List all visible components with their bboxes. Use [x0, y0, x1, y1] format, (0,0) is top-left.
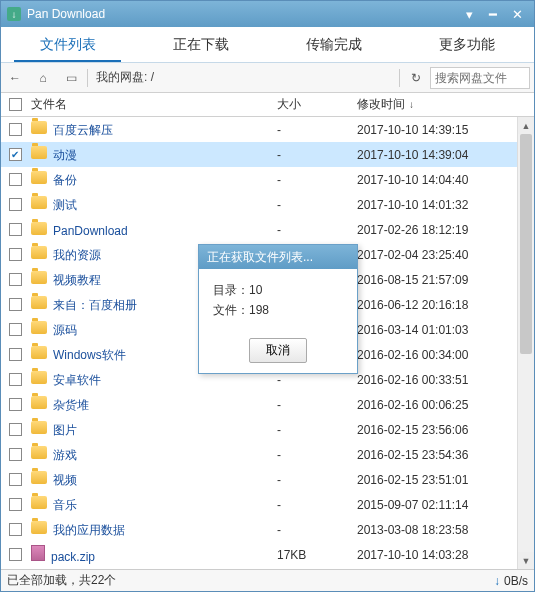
column-time[interactable]: 修改时间↓ — [357, 96, 517, 113]
separator — [399, 69, 400, 87]
file-time: 2016-08-15 21:57:09 — [357, 273, 517, 287]
file-time: 2016-02-16 00:34:00 — [357, 348, 517, 362]
file-row[interactable]: 杂货堆-2016-02-16 00:06:25 — [1, 392, 517, 417]
file-row[interactable]: 备份-2017-10-10 14:04:40 — [1, 167, 517, 192]
close-button[interactable]: ✕ — [506, 5, 528, 23]
file-size: 17KB — [277, 548, 357, 562]
folder-icon — [31, 121, 47, 134]
row-checkbox[interactable] — [9, 548, 22, 561]
file-row[interactable]: ✔动漫-2017-10-10 14:39:04 — [1, 142, 517, 167]
file-size: - — [277, 198, 357, 212]
file-time: 2013-03-08 18:23:58 — [357, 523, 517, 537]
titlebar: ↓ Pan Download ▾ ━ ✕ — [1, 1, 534, 27]
file-size: - — [277, 498, 357, 512]
folder-icon — [31, 421, 47, 434]
file-name: 测试 — [53, 198, 77, 212]
home-button[interactable]: ⌂ — [29, 64, 57, 92]
select-all-checkbox[interactable] — [9, 98, 22, 111]
file-row[interactable]: 游戏-2016-02-15 23:54:36 — [1, 442, 517, 467]
file-name: 安卓软件 — [53, 373, 101, 387]
file-name: PanDownload — [53, 224, 128, 238]
tab-2[interactable]: 传输完成 — [268, 27, 401, 62]
row-checkbox[interactable] — [9, 373, 22, 386]
column-name[interactable]: 文件名 — [29, 96, 277, 113]
file-row[interactable]: pack.zip17KB2017-10-10 14:03:28 — [1, 542, 517, 567]
file-name: Windows软件 — [53, 348, 126, 362]
file-name: 来自：百度相册 — [53, 298, 137, 312]
folder-icon — [31, 146, 47, 159]
file-size: - — [277, 173, 357, 187]
row-checkbox[interactable] — [9, 223, 22, 236]
file-time: 2017-02-26 18:12:19 — [357, 223, 517, 237]
search-input[interactable] — [430, 67, 530, 89]
folder-icon — [31, 271, 47, 284]
back-button[interactable]: ← — [1, 64, 29, 92]
scroll-down-icon[interactable]: ▼ — [518, 552, 534, 569]
row-checkbox[interactable] — [9, 523, 22, 536]
zip-file-icon — [31, 545, 45, 561]
tab-bar: 文件列表正在下载传输完成更多功能 — [1, 27, 534, 63]
statusbar: 已全部加载，共22个 ↓ 0B/s — [1, 569, 534, 591]
row-checkbox[interactable]: ✔ — [9, 148, 22, 161]
row-checkbox[interactable] — [9, 423, 22, 436]
file-row[interactable]: 测试-2017-10-10 14:01:32 — [1, 192, 517, 217]
row-checkbox[interactable] — [9, 123, 22, 136]
folder-button[interactable]: ▭ — [57, 64, 85, 92]
file-row[interactable]: PanDownload-2017-02-26 18:12:19 — [1, 217, 517, 242]
row-checkbox[interactable] — [9, 323, 22, 336]
tab-3[interactable]: 更多功能 — [401, 27, 534, 62]
folder-icon — [31, 222, 47, 235]
row-checkbox[interactable] — [9, 298, 22, 311]
file-row[interactable]: 我的应用数据-2013-03-08 18:23:58 — [1, 517, 517, 542]
file-name: 音乐 — [53, 498, 77, 512]
app-icon: ↓ — [7, 7, 21, 21]
column-size[interactable]: 大小 — [277, 96, 357, 113]
folder-icon — [31, 171, 47, 184]
dialog-title: 正在获取文件列表... — [199, 245, 357, 269]
file-row[interactable]: 百度云解压-2017-10-10 14:39:15 — [1, 117, 517, 142]
file-time: 2017-02-04 23:25:40 — [357, 248, 517, 262]
file-time: 2016-03-14 01:01:03 — [357, 323, 517, 337]
file-name: 动漫 — [53, 148, 77, 162]
column-header: 文件名 大小 修改时间↓ — [1, 93, 534, 117]
file-time: 2016-02-15 23:54:36 — [357, 448, 517, 462]
file-name: 我的资源 — [53, 248, 101, 262]
dropdown-button[interactable]: ▾ — [458, 5, 480, 23]
row-checkbox[interactable] — [9, 473, 22, 486]
folder-icon — [31, 296, 47, 309]
file-row[interactable]: 图片-2016-02-15 23:56:06 — [1, 417, 517, 442]
cancel-button[interactable]: 取消 — [249, 338, 307, 363]
scroll-thumb[interactable] — [520, 134, 532, 354]
file-row[interactable]: Desktop.rar137KB2017-10-10 14:02:32 — [1, 567, 517, 569]
row-checkbox[interactable] — [9, 348, 22, 361]
file-size: - — [277, 423, 357, 437]
refresh-button[interactable]: ↻ — [402, 64, 430, 92]
file-time: 2016-02-15 23:56:06 — [357, 423, 517, 437]
folder-icon — [31, 521, 47, 534]
file-time: 2017-10-10 14:04:40 — [357, 173, 517, 187]
file-row[interactable]: 音乐-2015-09-07 02:11:14 — [1, 492, 517, 517]
folder-icon — [31, 346, 47, 359]
file-name: 视频教程 — [53, 273, 101, 287]
row-checkbox[interactable] — [9, 498, 22, 511]
row-checkbox[interactable] — [9, 248, 22, 261]
tab-1[interactable]: 正在下载 — [134, 27, 267, 62]
folder-icon — [31, 371, 47, 384]
scroll-up-icon[interactable]: ▲ — [518, 117, 534, 134]
tab-0[interactable]: 文件列表 — [1, 27, 134, 62]
file-size: - — [277, 473, 357, 487]
row-checkbox[interactable] — [9, 398, 22, 411]
file-name: 视频 — [53, 473, 77, 487]
row-checkbox[interactable] — [9, 273, 22, 286]
row-checkbox[interactable] — [9, 448, 22, 461]
folder-icon — [31, 196, 47, 209]
file-time: 2016-02-15 23:51:01 — [357, 473, 517, 487]
file-time: 2017-10-10 14:39:04 — [357, 148, 517, 162]
row-checkbox[interactable] — [9, 198, 22, 211]
file-name: 杂货堆 — [53, 398, 89, 412]
row-checkbox[interactable] — [9, 173, 22, 186]
scrollbar[interactable]: ▲ ▼ — [517, 117, 534, 569]
file-row[interactable]: 视频-2016-02-15 23:51:01 — [1, 467, 517, 492]
folder-icon — [31, 396, 47, 409]
minimize-button[interactable]: ━ — [482, 5, 504, 23]
